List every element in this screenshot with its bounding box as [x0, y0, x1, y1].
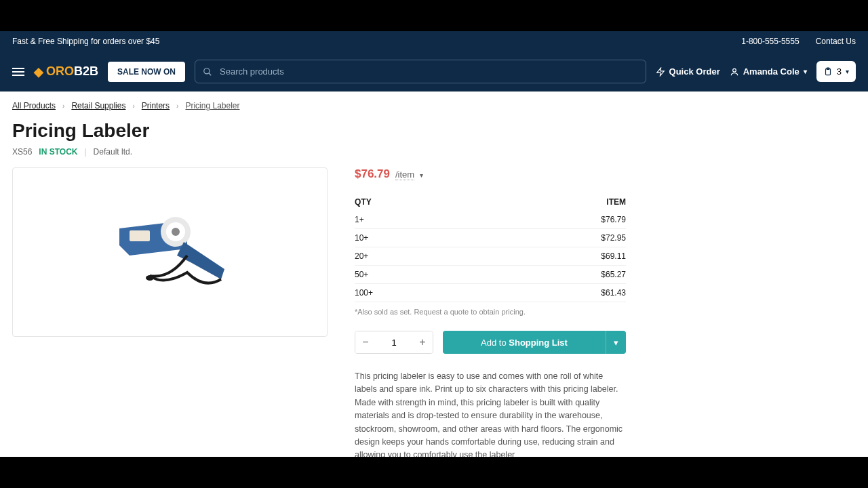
price: $76.79: [355, 167, 390, 181]
breadcrumb-link[interactable]: All Products: [12, 101, 56, 110]
user-icon: [730, 67, 739, 77]
breadcrumb-link[interactable]: Retail Supplies: [71, 101, 125, 110]
qty-decrease-button[interactable]: −: [355, 331, 376, 353]
chevron-right-icon: ›: [132, 102, 134, 110]
sale-button[interactable]: SALE NOW ON: [108, 62, 185, 82]
qty-input[interactable]: [376, 331, 412, 353]
page-title: Pricing Labeler: [12, 120, 856, 142]
cart-button[interactable]: 3 ▾: [816, 61, 856, 82]
logo-icon: ◆: [34, 64, 43, 79]
contact-link[interactable]: Contact Us: [816, 37, 856, 46]
product-description: This pricing labeler is easy to use and …: [355, 370, 626, 457]
svg-rect-6: [130, 230, 150, 241]
chevron-down-icon: ▾: [804, 68, 807, 75]
tier-row: 20+$69.11: [355, 247, 626, 266]
lightning-icon: [656, 67, 665, 77]
unit-selector[interactable]: /item: [395, 169, 414, 180]
svg-line-1: [209, 73, 212, 75]
chevron-down-icon: ▾: [420, 171, 423, 179]
logo[interactable]: ◆ OROB2B: [34, 64, 98, 79]
product-image: [12, 167, 328, 337]
svg-point-10: [146, 275, 154, 281]
chevron-down-icon: ▾: [846, 68, 849, 75]
add-dropdown-button[interactable]: ▾: [606, 331, 626, 354]
chevron-right-icon: ›: [62, 102, 64, 110]
tier-note: *Also sold as set. Request a quote to ob…: [355, 308, 626, 316]
quantity-stepper: − +: [355, 331, 433, 354]
shipping-promo: Fast & Free Shipping for orders over $45: [12, 37, 159, 46]
svg-point-9: [172, 228, 180, 236]
breadcrumb-current: Pricing Labeler: [185, 101, 239, 110]
svg-point-0: [204, 68, 210, 73]
search-icon: [203, 67, 212, 77]
menu-icon[interactable]: [12, 68, 24, 76]
svg-marker-2: [656, 68, 664, 76]
main-header: ◆ OROB2B SALE NOW ON Quick Order Amanda …: [0, 52, 868, 92]
clipboard-icon: [823, 67, 833, 77]
seller: Default ltd.: [94, 147, 132, 157]
qty-increase-button[interactable]: +: [412, 331, 433, 353]
announcement-bar: Fast & Free Shipping for orders over $45…: [0, 31, 868, 52]
phone-number: 1-800-555-5555: [741, 37, 799, 46]
tier-pricing-table: QTY ITEM 1+$76.79 10+$72.95 20+$69.11 50…: [355, 197, 626, 316]
tier-row: 100+$61.43: [355, 284, 626, 302]
tier-row: 10+$72.95: [355, 229, 626, 247]
quick-order-link[interactable]: Quick Order: [656, 66, 720, 77]
product-meta: XS56 IN STOCK | Default ltd.: [12, 147, 856, 157]
search-input[interactable]: [195, 60, 646, 83]
tier-row: 50+$65.27: [355, 266, 626, 284]
stock-status: IN STOCK: [39, 147, 77, 157]
user-menu[interactable]: Amanda Cole ▾: [730, 66, 807, 77]
sku: XS56: [12, 147, 32, 157]
breadcrumb: All Products › Retail Supplies › Printer…: [12, 101, 856, 110]
chevron-right-icon: ›: [176, 102, 178, 110]
breadcrumb-link[interactable]: Printers: [142, 101, 170, 110]
svg-point-3: [732, 68, 736, 72]
add-to-list-button[interactable]: Add to Shopping List: [443, 331, 606, 354]
tier-row: 1+$76.79: [355, 211, 626, 229]
